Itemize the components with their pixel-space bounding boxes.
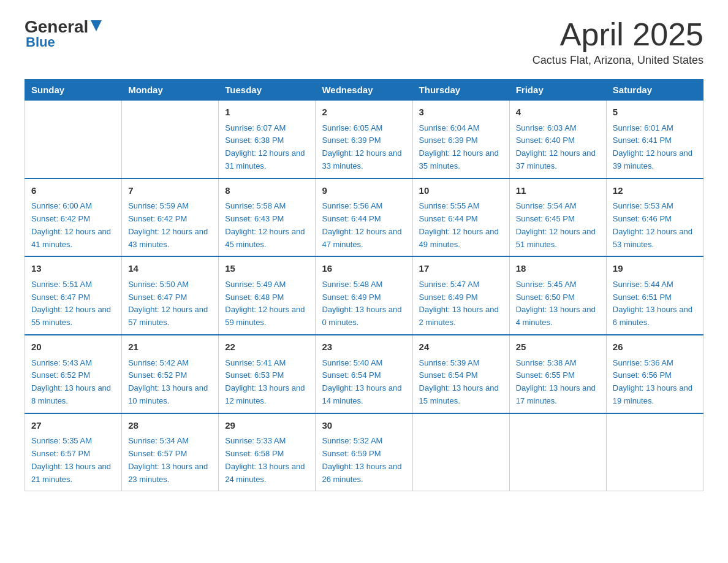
day-info: Sunrise: 5:50 AMSunset: 6:47 PMDaylight:… [128, 278, 212, 329]
day-info: Sunrise: 5:47 AMSunset: 6:49 PMDaylight:… [419, 278, 503, 329]
col-thursday: Thursday [412, 80, 509, 101]
day-number: 23 [322, 340, 406, 354]
cell-w3-d7: 19Sunrise: 5:44 AMSunset: 6:51 PMDayligh… [606, 256, 703, 335]
day-number: 13 [31, 262, 115, 276]
cell-w4-d2: 21Sunrise: 5:42 AMSunset: 6:52 PMDayligh… [122, 335, 219, 413]
svg-marker-0 [91, 20, 102, 31]
cell-w5-d5 [412, 413, 509, 491]
day-info: Sunrise: 5:53 AMSunset: 6:46 PMDaylight:… [613, 200, 697, 251]
location: Cactus Flat, Arizona, United States [533, 54, 703, 67]
day-info: Sunrise: 5:41 AMSunset: 6:53 PMDaylight:… [225, 357, 309, 408]
week-row-4: 20Sunrise: 5:43 AMSunset: 6:52 PMDayligh… [25, 335, 703, 413]
col-wednesday: Wednesday [316, 80, 412, 101]
day-info: Sunrise: 6:01 AMSunset: 6:41 PMDaylight:… [613, 122, 697, 173]
day-number: 16 [322, 262, 406, 276]
cell-w1-d1 [25, 101, 122, 178]
day-info: Sunrise: 5:44 AMSunset: 6:51 PMDaylight:… [613, 278, 697, 329]
day-info: Sunrise: 6:05 AMSunset: 6:39 PMDaylight:… [322, 122, 406, 173]
cell-w3-d1: 13Sunrise: 5:51 AMSunset: 6:47 PMDayligh… [25, 256, 122, 335]
cell-w1-d4: 2Sunrise: 6:05 AMSunset: 6:39 PMDaylight… [316, 101, 412, 178]
day-info: Sunrise: 5:38 AMSunset: 6:55 PMDaylight:… [516, 357, 600, 408]
day-info: Sunrise: 5:35 AMSunset: 6:57 PMDaylight:… [31, 435, 115, 486]
day-info: Sunrise: 5:55 AMSunset: 6:44 PMDaylight:… [419, 200, 503, 251]
day-info: Sunrise: 5:56 AMSunset: 6:44 PMDaylight:… [322, 200, 406, 251]
day-number: 29 [225, 419, 309, 433]
day-number: 5 [613, 105, 697, 120]
day-number: 8 [225, 184, 309, 198]
day-info: Sunrise: 5:49 AMSunset: 6:48 PMDaylight:… [225, 278, 309, 329]
day-info: Sunrise: 5:42 AMSunset: 6:52 PMDaylight:… [128, 357, 212, 408]
day-info: Sunrise: 5:51 AMSunset: 6:47 PMDaylight:… [31, 278, 115, 329]
day-number: 15 [225, 262, 309, 276]
day-info: Sunrise: 6:00 AMSunset: 6:42 PMDaylight:… [31, 200, 115, 251]
cell-w3-d3: 15Sunrise: 5:49 AMSunset: 6:48 PMDayligh… [219, 256, 316, 335]
day-number: 2 [322, 105, 406, 120]
day-number: 19 [613, 262, 697, 276]
col-saturday: Saturday [606, 80, 703, 101]
day-info: Sunrise: 6:03 AMSunset: 6:40 PMDaylight:… [516, 122, 600, 173]
col-friday: Friday [509, 80, 606, 101]
calendar-header-row: Sunday Monday Tuesday Wednesday Thursday… [25, 80, 703, 101]
day-info: Sunrise: 5:54 AMSunset: 6:45 PMDaylight:… [516, 200, 600, 251]
cell-w2-d2: 7Sunrise: 5:59 AMSunset: 6:42 PMDaylight… [122, 178, 219, 257]
logo-blue: Blue [25, 34, 103, 50]
calendar-table: Sunday Monday Tuesday Wednesday Thursday… [25, 79, 703, 491]
day-info: Sunrise: 5:43 AMSunset: 6:52 PMDaylight:… [31, 357, 115, 408]
week-row-2: 6Sunrise: 6:00 AMSunset: 6:42 PMDaylight… [25, 178, 703, 257]
cell-w2-d4: 9Sunrise: 5:56 AMSunset: 6:44 PMDaylight… [316, 178, 412, 257]
cell-w3-d5: 17Sunrise: 5:47 AMSunset: 6:49 PMDayligh… [412, 256, 509, 335]
col-sunday: Sunday [25, 80, 122, 101]
day-info: Sunrise: 5:40 AMSunset: 6:54 PMDaylight:… [322, 357, 406, 408]
day-number: 24 [419, 340, 503, 354]
cell-w5-d4: 30Sunrise: 5:32 AMSunset: 6:59 PMDayligh… [316, 413, 412, 491]
cell-w3-d2: 14Sunrise: 5:50 AMSunset: 6:47 PMDayligh… [122, 256, 219, 335]
cell-w3-d6: 18Sunrise: 5:45 AMSunset: 6:50 PMDayligh… [509, 256, 606, 335]
day-info: Sunrise: 5:34 AMSunset: 6:57 PMDaylight:… [128, 435, 212, 486]
cell-w5-d7 [606, 413, 703, 491]
day-info: Sunrise: 5:33 AMSunset: 6:58 PMDaylight:… [225, 435, 309, 486]
day-number: 1 [225, 105, 309, 120]
day-info: Sunrise: 5:48 AMSunset: 6:49 PMDaylight:… [322, 278, 406, 329]
cell-w4-d5: 24Sunrise: 5:39 AMSunset: 6:54 PMDayligh… [412, 335, 509, 413]
day-number: 9 [322, 184, 406, 198]
day-number: 22 [225, 340, 309, 354]
cell-w2-d6: 11Sunrise: 5:54 AMSunset: 6:45 PMDayligh… [509, 178, 606, 257]
day-number: 10 [419, 184, 503, 198]
day-number: 7 [128, 184, 212, 198]
cell-w5-d6 [509, 413, 606, 491]
day-info: Sunrise: 6:04 AMSunset: 6:39 PMDaylight:… [419, 122, 503, 173]
cell-w4-d7: 26Sunrise: 5:36 AMSunset: 6:56 PMDayligh… [606, 335, 703, 413]
day-number: 30 [322, 419, 406, 433]
day-number: 4 [516, 105, 600, 120]
day-number: 28 [128, 419, 212, 433]
cell-w4-d1: 20Sunrise: 5:43 AMSunset: 6:52 PMDayligh… [25, 335, 122, 413]
day-number: 27 [31, 419, 115, 433]
day-info: Sunrise: 5:39 AMSunset: 6:54 PMDaylight:… [419, 357, 503, 408]
day-info: Sunrise: 5:58 AMSunset: 6:43 PMDaylight:… [225, 200, 309, 251]
cell-w2-d7: 12Sunrise: 5:53 AMSunset: 6:46 PMDayligh… [606, 178, 703, 257]
day-number: 14 [128, 262, 212, 276]
cell-w1-d5: 3Sunrise: 6:04 AMSunset: 6:39 PMDaylight… [412, 101, 509, 178]
day-number: 17 [419, 262, 503, 276]
col-monday: Monday [122, 80, 219, 101]
cell-w4-d6: 25Sunrise: 5:38 AMSunset: 6:55 PMDayligh… [509, 335, 606, 413]
cell-w4-d4: 23Sunrise: 5:40 AMSunset: 6:54 PMDayligh… [316, 335, 412, 413]
day-info: Sunrise: 5:32 AMSunset: 6:59 PMDaylight:… [322, 435, 406, 486]
cell-w5-d3: 29Sunrise: 5:33 AMSunset: 6:58 PMDayligh… [219, 413, 316, 491]
logo-general: General [25, 18, 88, 36]
cell-w4-d3: 22Sunrise: 5:41 AMSunset: 6:53 PMDayligh… [219, 335, 316, 413]
day-info: Sunrise: 5:59 AMSunset: 6:42 PMDaylight:… [128, 200, 212, 251]
day-info: Sunrise: 5:36 AMSunset: 6:56 PMDaylight:… [613, 357, 697, 408]
day-number: 11 [516, 184, 600, 198]
day-number: 6 [31, 184, 115, 198]
day-number: 26 [613, 340, 697, 354]
day-number: 21 [128, 340, 212, 354]
cell-w5-d2: 28Sunrise: 5:34 AMSunset: 6:57 PMDayligh… [122, 413, 219, 491]
day-info: Sunrise: 6:07 AMSunset: 6:38 PMDaylight:… [225, 122, 309, 173]
week-row-1: 1Sunrise: 6:07 AMSunset: 6:38 PMDaylight… [25, 101, 703, 178]
week-row-5: 27Sunrise: 5:35 AMSunset: 6:57 PMDayligh… [25, 413, 703, 491]
cell-w3-d4: 16Sunrise: 5:48 AMSunset: 6:49 PMDayligh… [316, 256, 412, 335]
day-number: 25 [516, 340, 600, 354]
cell-w5-d1: 27Sunrise: 5:35 AMSunset: 6:57 PMDayligh… [25, 413, 122, 491]
week-row-3: 13Sunrise: 5:51 AMSunset: 6:47 PMDayligh… [25, 256, 703, 335]
